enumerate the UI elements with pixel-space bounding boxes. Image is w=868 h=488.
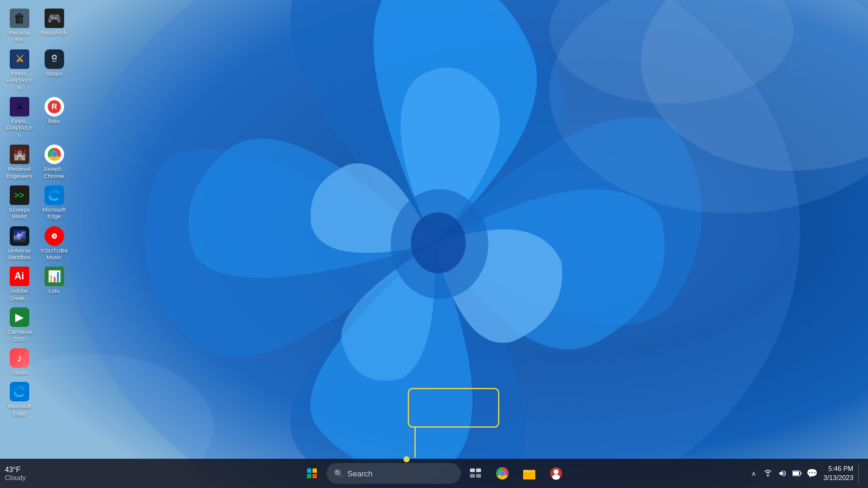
svg-rect-29 <box>476 474 481 478</box>
svg-rect-39 <box>793 472 799 475</box>
desktop-icon-adobe[interactable]: Ai Adobe Creati... <box>3 264 35 304</box>
desktop-icon-screeps[interactable]: >> Screeps World <box>3 183 35 223</box>
wallpaper-bloom <box>0 0 868 488</box>
desktop-icon-camtasia[interactable]: ▶ Camtasia 2020 <box>3 305 36 345</box>
clock-date: 3/13/2023 <box>823 473 853 483</box>
svg-text:R: R <box>51 102 57 111</box>
svg-point-11 <box>52 56 55 58</box>
tray-network[interactable] <box>761 462 775 484</box>
weather-temp: 43°F <box>5 465 20 474</box>
desktop-icon-ff5[interactable]: ⚔ FINAL FANTASY V <box>3 95 35 141</box>
taskbar-account-button[interactable] <box>544 461 568 486</box>
svg-point-37 <box>767 475 769 476</box>
svg-rect-27 <box>476 468 481 472</box>
taskbar-center-area: 🔍 Search <box>300 461 568 486</box>
tray-volume[interactable] <box>776 462 789 484</box>
desktop-icon-lotu[interactable]: 📊 Lotu <box>38 264 70 304</box>
weather-condition: Cloudy <box>5 474 26 481</box>
svg-point-32 <box>501 472 505 476</box>
desktop-icon-edge[interactable]: Microsoft Edge <box>38 183 70 223</box>
task-view-button[interactable] <box>463 461 488 486</box>
taskbar-file-explorer-button[interactable] <box>517 461 541 486</box>
search-label: Search <box>347 469 372 478</box>
tray-notification[interactable]: 💬 <box>805 462 819 484</box>
desktop-icon-recycle-bin[interactable]: 🗑 Recycle Bin <box>3 6 35 46</box>
desktop-icon-ytmusic[interactable]: YOUTUBe Music <box>38 224 70 264</box>
taskbar-search-button[interactable]: 🔍 Search <box>327 463 461 484</box>
svg-rect-24 <box>307 474 311 478</box>
system-clock[interactable]: 5:46 PM 3/13/2023 <box>820 464 857 483</box>
tray-battery[interactable] <box>790 462 804 484</box>
taskbar-right-area: ∧ 💬 5:46 PM 3/13/2023 <box>747 462 863 484</box>
desktop-icon-retroarch[interactable]: 🎮 RetroArch <box>38 6 70 46</box>
show-desktop-button[interactable] <box>858 462 863 484</box>
svg-rect-26 <box>470 468 475 472</box>
svg-point-35 <box>554 469 559 474</box>
svg-point-36 <box>552 475 560 480</box>
start-button[interactable] <box>300 461 324 486</box>
desktop-icon-steam[interactable]: Steam <box>38 47 70 93</box>
desktop-icon-ff3[interactable]: ⚔ FINAL FANTASY III <box>3 47 35 93</box>
desktop-icon-flolio[interactable]: R flolio <box>38 95 70 141</box>
svg-rect-25 <box>313 474 317 478</box>
desktop-icon-itunes[interactable]: ♪ iTunes <box>3 346 36 378</box>
search-icon: 🔍 <box>334 469 344 478</box>
desktop-icon-universe[interactable]: 🌌 Universe Sandbox <box>3 224 35 264</box>
svg-rect-23 <box>313 468 317 473</box>
svg-point-16 <box>52 152 56 157</box>
taskbar-chrome-button[interactable] <box>490 461 515 486</box>
desktop-icon-edge2[interactable]: Microsoft Edge <box>3 379 36 419</box>
desktop-icons-area: 🗑 Recycle Bin 🎮 RetroArch ⚔ FINAL FANTAS… <box>0 0 73 464</box>
taskbar: 43°F Cloudy 🔍 Search <box>0 459 868 488</box>
clock-time: 5:46 PM <box>828 464 853 473</box>
svg-rect-28 <box>470 474 475 478</box>
svg-rect-22 <box>307 468 311 473</box>
desktop-icon-chrome[interactable]: Joseph - Chrome <box>38 142 70 182</box>
tray-arrow[interactable]: ∧ <box>747 462 760 484</box>
desktop-icon-medieval[interactable]: 🏰 Medieval Engineers <box>3 142 35 182</box>
weather-widget[interactable]: 43°F Cloudy <box>0 465 31 481</box>
